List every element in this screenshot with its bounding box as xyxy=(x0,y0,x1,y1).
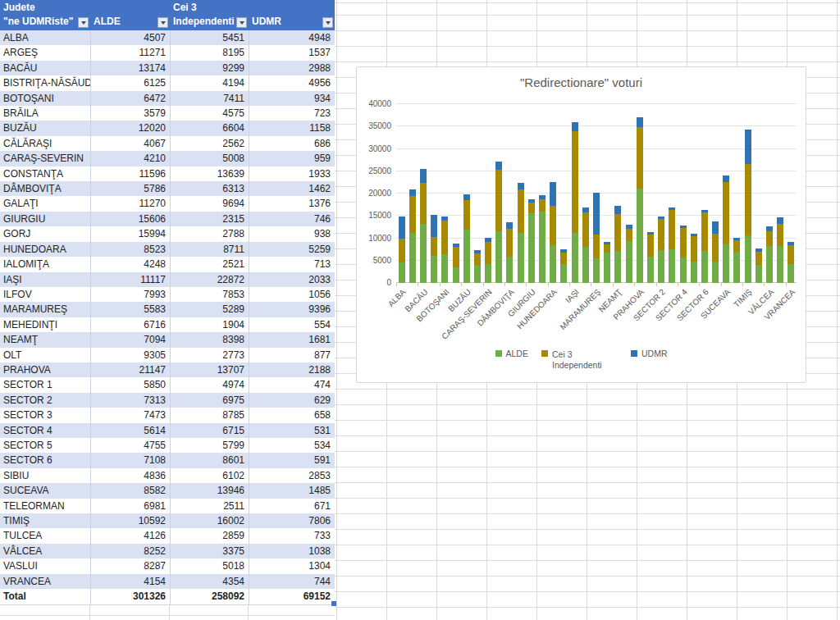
value-cell[interactable]: 11270 xyxy=(90,196,170,211)
value-cell[interactable]: 5850 xyxy=(90,377,170,392)
filter-button-udmr[interactable] xyxy=(322,17,333,28)
table-row[interactable]: SECTOR 547555799534 xyxy=(0,438,335,453)
value-cell[interactable]: 8711 xyxy=(170,242,249,257)
county-cell[interactable]: CARAŞ-SEVERIN xyxy=(0,151,90,166)
table-row[interactable]: CONSTANŢA11596136391933 xyxy=(0,166,335,181)
value-cell[interactable]: 658 xyxy=(249,408,335,422)
county-cell[interactable]: VRANCEA xyxy=(0,574,90,589)
table-row[interactable]: VASLUI828750181304 xyxy=(0,558,335,573)
table-row[interactable]: GIURGIU156062315746 xyxy=(0,212,335,226)
table-resize-handle[interactable] xyxy=(331,601,336,606)
value-cell[interactable]: 938 xyxy=(249,226,335,241)
value-cell[interactable]: 6472 xyxy=(90,91,170,106)
value-cell[interactable]: 591 xyxy=(249,453,335,467)
county-cell[interactable]: NEAMŢ xyxy=(0,332,90,347)
value-cell[interactable]: 2773 xyxy=(170,348,249,362)
value-cell[interactable]: 6102 xyxy=(170,468,249,483)
value-cell[interactable]: 8287 xyxy=(90,558,170,573)
value-cell[interactable]: 9396 xyxy=(249,302,335,317)
county-cell[interactable]: MEHEDINŢI xyxy=(0,317,90,332)
county-cell[interactable]: DÂMBOVIŢA xyxy=(0,181,90,196)
county-cell[interactable]: SUCEAVA xyxy=(0,483,90,498)
value-cell[interactable]: 4354 xyxy=(170,574,249,589)
value-cell[interactable]: 6125 xyxy=(90,75,170,90)
value-cell[interactable]: 15994 xyxy=(90,226,170,241)
county-cell[interactable]: VÂLCEA xyxy=(0,544,90,558)
table-row[interactable]: SECTOR 456146715531 xyxy=(0,423,335,438)
filter-button-independenti[interactable] xyxy=(236,17,247,28)
county-cell[interactable]: MARAMUREŞ xyxy=(0,302,90,317)
header-cell-independenti[interactable]: Cei 3 Independenti xyxy=(170,0,249,30)
county-cell[interactable]: TELEORMAN xyxy=(0,499,90,513)
value-cell[interactable]: 13946 xyxy=(170,483,249,498)
value-cell[interactable]: 534 xyxy=(249,438,335,453)
county-cell[interactable]: GORJ xyxy=(0,226,90,241)
value-cell[interactable]: 21147 xyxy=(90,362,170,377)
table-row[interactable]: SECTOR 374738785658 xyxy=(0,408,335,422)
value-cell[interactable]: 2521 xyxy=(170,257,249,271)
county-cell[interactable]: CĂLĂRAŞI xyxy=(0,136,90,151)
table-row[interactable]: CĂLĂRAŞI40672562686 xyxy=(0,136,335,151)
value-cell[interactable]: 4836 xyxy=(90,468,170,483)
value-cell[interactable]: 744 xyxy=(249,574,335,589)
value-cell[interactable]: 8398 xyxy=(170,332,249,347)
county-cell[interactable]: OLT xyxy=(0,348,90,362)
total-row[interactable]: Total 301326 258092 69152 xyxy=(0,589,335,605)
value-cell[interactable]: 4210 xyxy=(90,151,170,166)
value-cell[interactable]: 686 xyxy=(249,136,335,151)
county-cell[interactable]: GIURGIU xyxy=(0,212,90,226)
value-cell[interactable]: 1904 xyxy=(170,317,249,332)
table-row[interactable]: TELEORMAN69812511671 xyxy=(0,499,335,513)
table-row[interactable]: VÂLCEA825233751038 xyxy=(0,544,335,558)
value-cell[interactable]: 5289 xyxy=(170,302,249,317)
value-cell[interactable]: 4755 xyxy=(90,438,170,453)
table-row[interactable]: SUCEAVA8582139461485 xyxy=(0,483,335,498)
county-cell[interactable]: TIMIŞ xyxy=(0,513,90,528)
value-cell[interactable]: 629 xyxy=(249,393,335,408)
table-row[interactable]: CARAŞ-SEVERIN42105008959 xyxy=(0,151,335,166)
table-row[interactable]: BACĂU1317492992988 xyxy=(0,61,335,75)
value-cell[interactable]: 1038 xyxy=(249,544,335,558)
county-cell[interactable]: BACĂU xyxy=(0,61,90,75)
total-label[interactable]: Total xyxy=(0,589,90,604)
county-cell[interactable]: SECTOR 1 xyxy=(0,377,90,392)
county-cell[interactable]: PRAHOVA xyxy=(0,362,90,377)
table-row[interactable]: PRAHOVA21147137072188 xyxy=(0,362,335,377)
legend-item-udmr[interactable]: UDMR xyxy=(631,349,668,358)
header-cell-udmr[interactable]: UDMR xyxy=(249,0,335,30)
county-cell[interactable]: SECTOR 3 xyxy=(0,408,90,422)
value-cell[interactable]: 1681 xyxy=(249,332,335,347)
table-row[interactable]: ALBA450754514948 xyxy=(0,30,335,45)
table-row[interactable]: ILFOV799378531056 xyxy=(0,287,335,302)
county-cell[interactable]: GALAŢI xyxy=(0,196,90,211)
value-cell[interactable]: 7411 xyxy=(170,91,249,106)
table-row[interactable]: BISTRIŢA-NĂSĂUD612541944956 xyxy=(0,75,335,90)
value-cell[interactable]: 8195 xyxy=(170,45,249,60)
county-cell[interactable]: CONSTANŢA xyxy=(0,166,90,181)
value-cell[interactable]: 15606 xyxy=(90,212,170,226)
value-cell[interactable]: 1933 xyxy=(249,166,335,181)
value-cell[interactable]: 13174 xyxy=(90,61,170,75)
value-cell[interactable]: 4956 xyxy=(249,75,335,90)
value-cell[interactable]: 554 xyxy=(249,317,335,332)
value-cell[interactable]: 7108 xyxy=(90,453,170,467)
value-cell[interactable]: 959 xyxy=(249,151,335,166)
value-cell[interactable]: 5018 xyxy=(170,558,249,573)
value-cell[interactable]: 3579 xyxy=(90,106,170,121)
table-row[interactable]: IAŞI11117228722033 xyxy=(0,272,335,287)
county-cell[interactable]: SECTOR 5 xyxy=(0,438,90,453)
table-row[interactable]: MARAMUREŞ558352899396 xyxy=(0,302,335,317)
county-cell[interactable]: BISTRIŢA-NĂSĂUD xyxy=(0,75,90,90)
county-cell[interactable]: ALBA xyxy=(0,30,90,45)
value-cell[interactable]: 9299 xyxy=(170,61,249,75)
empty-cells-grid-bottom[interactable] xyxy=(0,604,335,620)
value-cell[interactable]: 1485 xyxy=(249,483,335,498)
value-cell[interactable]: 7094 xyxy=(90,332,170,347)
value-cell[interactable]: 2562 xyxy=(170,136,249,151)
county-cell[interactable]: TULCEA xyxy=(0,528,90,543)
value-cell[interactable]: 5451 xyxy=(170,30,249,45)
total-alde[interactable]: 301326 xyxy=(90,589,170,604)
value-cell[interactable]: 12020 xyxy=(90,121,170,135)
value-cell[interactable]: 5786 xyxy=(90,181,170,196)
value-cell[interactable]: 671 xyxy=(249,499,335,513)
